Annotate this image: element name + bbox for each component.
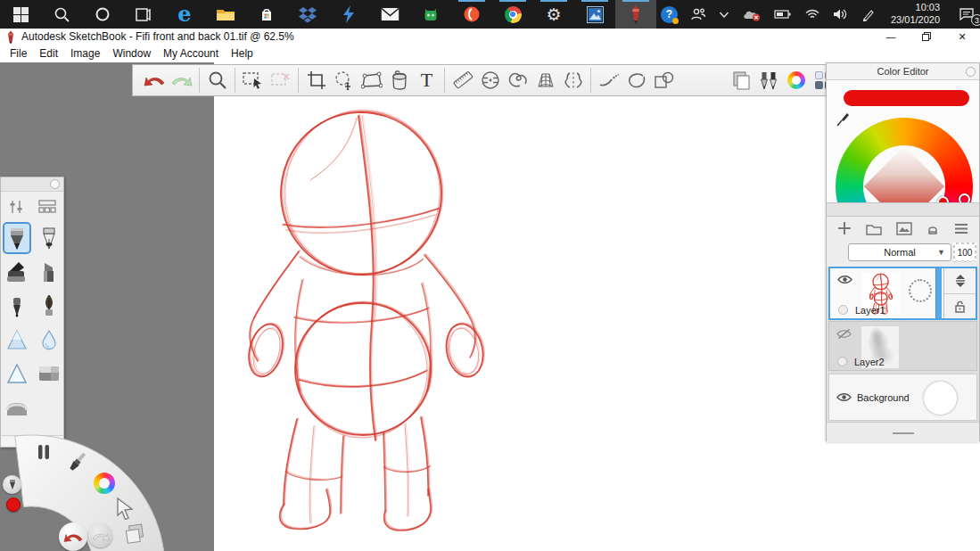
panel-collapse-button[interactable]: [966, 67, 976, 77]
stroke-tool-button[interactable]: [595, 67, 622, 94]
current-brush-indicator[interactable]: [3, 475, 21, 494]
crop-tool-button[interactable]: [302, 67, 330, 94]
menu-my-account[interactable]: My Account: [157, 45, 225, 62]
taskbar-flash-app-button[interactable]: [328, 0, 369, 29]
window-title-bar[interactable]: Autodesk SketchBook - Fifi front and bac…: [0, 29, 980, 45]
menu-file[interactable]: File: [4, 45, 33, 62]
blend-mode-dropdown[interactable]: Normal ▼: [848, 243, 951, 261]
ellipse-tool-button[interactable]: [622, 67, 650, 94]
taskbar-settings-button[interactable]: ⚙: [533, 0, 574, 29]
layer-row-layer1[interactable]: Layer1: [828, 267, 977, 320]
restore-button[interactable]: [909, 29, 944, 45]
brush-hard-eraser[interactable]: [35, 358, 63, 390]
menu-help[interactable]: Help: [225, 45, 259, 62]
brush-settings-sliders-icon[interactable]: [8, 200, 24, 214]
pen-tray-button[interactable]: [857, 0, 880, 29]
fill-tool-button[interactable]: [385, 67, 413, 94]
add-layer-icon[interactable]: [837, 221, 852, 235]
brush-panel-collapse-button[interactable]: [50, 179, 60, 189]
menu-image[interactable]: Image: [64, 45, 106, 62]
undo-button[interactable]: [140, 67, 168, 94]
background-visibility-eye-icon[interactable]: [836, 392, 852, 402]
deselect-tool-button[interactable]: [267, 67, 294, 94]
layer1-visibility-eye-icon[interactable]: [837, 275, 852, 284]
zoom-tool-button[interactable]: [203, 67, 231, 94]
taskbar-file-explorer-button[interactable]: [205, 0, 246, 29]
add-image-icon[interactable]: [896, 222, 912, 235]
taskbar-origin-button[interactable]: [451, 0, 492, 29]
current-color-indicator[interactable]: [6, 498, 21, 512]
wifi-tray-button[interactable]: [800, 0, 825, 29]
brush-airbrush[interactable]: [3, 324, 31, 356]
hue-wheel[interactable]: [836, 118, 973, 202]
taskbar-photos-button[interactable]: [574, 0, 615, 29]
taskbar-mail-button[interactable]: [369, 0, 410, 29]
current-color-swatch[interactable]: [844, 90, 969, 106]
layer-menu-icon[interactable]: [954, 223, 968, 234]
brush-soft-eraser[interactable]: [3, 391, 31, 424]
brush-ballpoint-pen[interactable]: [3, 290, 31, 322]
layer-editor-toggle-button[interactable]: [727, 67, 754, 94]
lagoon-redo-button[interactable]: [88, 523, 112, 547]
marker-icon[interactable]: [926, 222, 940, 235]
taskbar-store-button[interactable]: [246, 0, 287, 29]
ellipse-guide-button[interactable]: [476, 67, 504, 94]
symmetry-tool-button[interactable]: [559, 67, 587, 94]
show-hidden-icons-button[interactable]: [714, 0, 734, 29]
people-tray-button[interactable]: [686, 0, 711, 29]
double-puck-icon[interactable]: [36, 443, 52, 461]
cursor-puck-icon[interactable]: [114, 497, 136, 520]
taskbar-dropbox-button[interactable]: [287, 0, 328, 29]
layer-move-handle[interactable]: [944, 268, 976, 293]
panel-resize-handle[interactable]: [893, 432, 914, 434]
panel-splitter[interactable]: [827, 202, 979, 217]
lagoon-undo-button[interactable]: [59, 522, 87, 551]
layer-list-scrollbar-thumb[interactable]: [935, 268, 942, 318]
menu-window[interactable]: Window: [106, 45, 157, 62]
layer-row-background[interactable]: Background: [828, 374, 977, 421]
brush-chisel-marker[interactable]: [3, 256, 31, 288]
color-puck-icon[interactable]: [94, 473, 115, 494]
shapes-tool-button[interactable]: [650, 67, 678, 94]
task-view-button[interactable]: [123, 0, 164, 29]
hue-selector[interactable]: [959, 193, 970, 202]
color-editor-header[interactable]: Color Editor: [827, 63, 979, 80]
layer1-color-label[interactable]: [838, 305, 848, 315]
layer-opacity-field[interactable]: 100: [953, 243, 976, 262]
brush-smudge-drop[interactable]: [35, 324, 63, 356]
saturation-selector[interactable]: [937, 196, 949, 202]
brush-library-grid-icon[interactable]: [38, 200, 56, 214]
taskbar-creature-app-button[interactable]: [410, 0, 451, 29]
minimize-button[interactable]: —: [873, 29, 909, 45]
start-button[interactable]: [0, 0, 41, 29]
volume-tray-button[interactable]: [828, 0, 853, 29]
layers-puck-icon[interactable]: [125, 523, 146, 545]
background-color-swatch[interactable]: [924, 382, 957, 415]
brush-fountain-pen[interactable]: [35, 290, 63, 322]
menu-edit[interactable]: Edit: [33, 45, 64, 62]
saturation-diamond[interactable]: [864, 146, 945, 202]
close-button[interactable]: ✕: [944, 29, 980, 45]
layer-lock-button[interactable]: [944, 293, 976, 318]
eyedropper-icon[interactable]: [836, 112, 850, 127]
cortana-button[interactable]: [82, 0, 123, 29]
help-tray-button[interactable]: ?: [656, 0, 682, 29]
taskbar-search-button[interactable]: [41, 0, 82, 29]
battery-tray-button[interactable]: [770, 0, 796, 29]
layer-row-layer2[interactable]: Layer2: [828, 321, 977, 371]
perspective-tool-button[interactable]: [531, 67, 559, 94]
layer2-color-label[interactable]: [837, 357, 847, 366]
text-tool-button[interactable]: T: [413, 67, 441, 94]
taskbar-edge-button[interactable]: e: [164, 0, 205, 29]
redo-button[interactable]: [168, 67, 195, 94]
brush-palette-header[interactable]: [1, 177, 63, 192]
transform-tool-button[interactable]: [330, 67, 358, 94]
brush-triangle-airbrush[interactable]: [3, 358, 31, 390]
color-editor-toggle-button[interactable]: [782, 67, 810, 94]
french-curve-button[interactable]: [504, 67, 531, 94]
onedrive-tray-button[interactable]: [737, 0, 766, 29]
layer2-hidden-eye-icon[interactable]: [836, 328, 852, 340]
brush-pencil[interactable]: [3, 222, 31, 254]
action-center-button[interactable]: 3: [951, 0, 980, 29]
taskbar-sketchbook-button[interactable]: [615, 0, 656, 29]
